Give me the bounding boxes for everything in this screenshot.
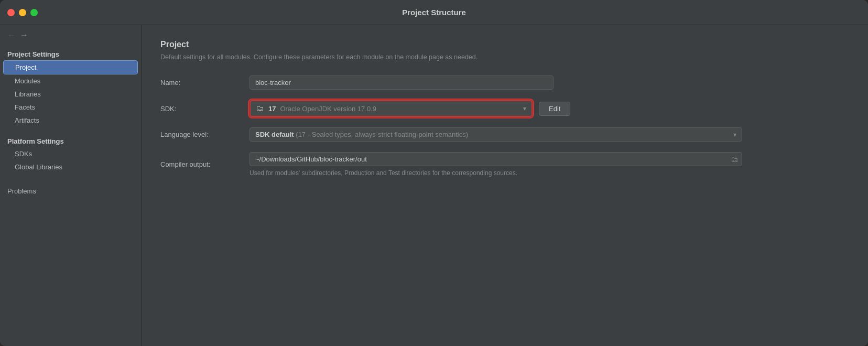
compiler-output-label: Compiler output: xyxy=(160,160,249,168)
close-button[interactable] xyxy=(7,9,15,16)
window-title: Project Structure xyxy=(402,8,466,17)
edit-button[interactable]: Edit xyxy=(539,102,570,116)
forward-arrow-icon[interactable]: → xyxy=(20,30,28,40)
platform-settings-header: Platform Settings xyxy=(0,132,141,147)
language-level-default: SDK default xyxy=(255,131,294,138)
language-level-detail: (17 - Sealed types, always-strict floati… xyxy=(296,131,468,138)
language-level-text: SDK default (17 - Sealed types, always-s… xyxy=(255,131,733,138)
sdk-dropdown[interactable]: 🗂 17 Oracle OpenJDK version 17.0.9 ▾ xyxy=(249,100,533,117)
language-level-field: SDK default (17 - Sealed types, always-s… xyxy=(249,127,849,142)
section-title: Project xyxy=(160,40,849,49)
sidebar-item-modules[interactable]: Modules xyxy=(0,74,141,88)
sdk-label: SDK: xyxy=(160,105,249,113)
minimize-button[interactable] xyxy=(19,9,26,16)
compiler-output-input[interactable] xyxy=(249,152,742,166)
sdk-row: SDK: 🗂 17 Oracle OpenJDK version 17.0.9 … xyxy=(160,100,849,117)
sdk-name: Oracle OpenJDK version 17.0.9 xyxy=(280,105,519,113)
sdk-version: 17 xyxy=(268,105,276,113)
language-level-arrow-icon: ▾ xyxy=(733,131,736,138)
sidebar-item-libraries[interactable]: Libraries xyxy=(0,88,141,101)
maximize-button[interactable] xyxy=(30,9,38,16)
traffic-lights xyxy=(7,9,38,16)
sdk-dropdown-arrow-icon: ▾ xyxy=(523,105,526,112)
main-layout: ← → Project Settings Project Modules Lib… xyxy=(0,25,868,346)
sidebar-item-project[interactable]: Project xyxy=(3,60,138,74)
language-level-label: Language level: xyxy=(160,131,249,138)
language-level-dropdown[interactable]: SDK default (17 - Sealed types, always-s… xyxy=(249,127,742,142)
title-bar: Project Structure xyxy=(0,0,868,25)
content-area: Project Default settings for all modules… xyxy=(142,25,868,346)
sdk-folder-icon: 🗂 xyxy=(256,104,264,113)
compiler-hint: Used for modules' subdirectories, Produc… xyxy=(249,169,849,177)
compiler-input-wrapper: 🗂 xyxy=(249,152,742,166)
name-row: Name: xyxy=(160,75,849,90)
name-label: Name: xyxy=(160,79,249,87)
name-input[interactable] xyxy=(249,75,554,90)
language-level-row: Language level: SDK default (17 - Sealed… xyxy=(160,127,849,142)
sdk-dropdown-wrapper: 🗂 17 Oracle OpenJDK version 17.0.9 ▾ Edi… xyxy=(249,100,570,117)
compiler-output-folder-icon[interactable]: 🗂 xyxy=(731,155,738,164)
name-field-wrapper xyxy=(249,75,849,90)
main-window: Project Structure ← → Project Settings P… xyxy=(0,0,868,346)
compiler-output-field: 🗂 Used for modules' subdirectories, Prod… xyxy=(249,152,849,177)
compiler-output-row: Compiler output: 🗂 Used for modules' sub… xyxy=(160,152,849,177)
sidebar-item-facets[interactable]: Facets xyxy=(0,101,141,114)
sidebar-item-global-libraries[interactable]: Global Libraries xyxy=(0,160,141,174)
back-arrow-icon[interactable]: ← xyxy=(7,30,16,40)
sidebar-nav: ← → xyxy=(0,25,141,45)
project-settings-header: Project Settings xyxy=(0,45,141,60)
sidebar-item-problems[interactable]: Problems xyxy=(0,182,141,198)
sidebar-item-sdks[interactable]: SDKs xyxy=(0,147,141,160)
section-description: Default settings for all modules. Config… xyxy=(160,53,849,61)
sidebar: ← → Project Settings Project Modules Lib… xyxy=(0,25,142,346)
sidebar-item-artifacts[interactable]: Artifacts xyxy=(0,114,141,127)
